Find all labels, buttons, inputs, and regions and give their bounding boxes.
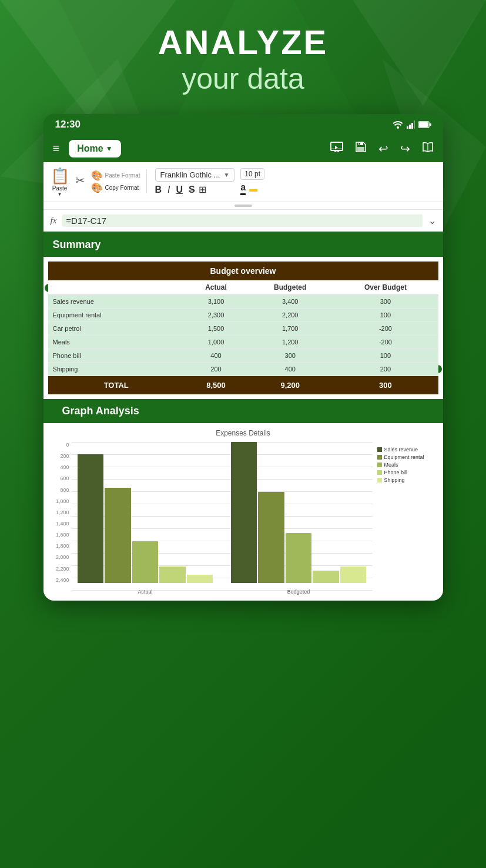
y-axis-label: 2,200 [49,566,72,572]
hamburger-menu[interactable]: ≡ [53,142,60,155]
y-axis-label: 800 [49,487,72,493]
underline-button[interactable]: U [176,185,183,195]
legend-item: Phone bill [377,470,433,475]
y-axis-label: 1,200 [49,510,72,515]
table-button[interactable]: ⊞ [199,184,206,195]
formula-expand-button[interactable]: ⌄ [428,215,436,226]
row-over: -200 [333,321,438,335]
y-axis-label: 1,600 [49,532,72,538]
chart-body: 2,4002,2002,0001,8001,6001,4001,2001,000… [49,442,373,595]
svg-rect-7 [407,126,408,129]
y-axis-label: 2,400 [49,577,72,583]
svg-rect-14 [331,142,343,150]
legend-label: Sales revenue [384,447,418,453]
legend-label: Shipping [384,477,405,483]
y-axis: 2,4002,2002,0001,8001,6001,4001,2001,000… [49,442,72,583]
y-axis-label: 2,000 [49,554,72,560]
font-size-input[interactable]: 10 pt [240,168,264,180]
fx-label: fx [51,216,57,226]
legend-item: Equipment rental [377,454,433,460]
row-budgeted: 1,700 [247,321,333,335]
row-budgeted: 3,400 [247,294,333,308]
present-icon[interactable] [330,142,343,155]
bold-button[interactable]: B [155,185,162,195]
col-header-actual: Actual [185,280,247,295]
home-dropdown-arrow: ▼ [106,145,113,153]
format-group: 🎨 Paste Format 🎨 Copy Format [91,170,140,193]
cut-button[interactable]: ✂ [75,173,85,187]
graph-section-header: Graph Analysis [43,399,443,423]
home-button[interactable]: Home ▼ [69,140,120,157]
legend-item: Shipping [377,477,433,483]
home-button-label: Home [77,143,103,154]
svg-marker-0 [0,0,176,118]
chart-bar [132,541,159,583]
row-over: 200 [333,362,438,376]
bars-container [72,442,373,583]
paste-button[interactable]: 📋 Paste ▼ [51,167,69,197]
paste-arrow: ▼ [58,192,62,197]
x-labels: ActualBudgeted [72,589,373,595]
wifi-icon [393,120,403,129]
row-over: 100 [333,308,438,321]
strikethrough-button[interactable]: S [189,185,195,195]
font-name-arrow: ▼ [223,172,229,178]
font-name-label: Franklin Gothic ... [160,170,220,179]
graph-title: Graph Analysis [53,399,149,423]
chart-title: Expenses Details [49,429,437,437]
y-axis-label: 1,000 [49,498,72,504]
legend-color [377,478,382,482]
row-budgeted: 2,200 [247,308,333,321]
col-header-over-budget: Over Budget [333,280,438,295]
status-icons [393,120,431,129]
legend-item: Meals [377,462,433,468]
font-format-row: B I U S ⊞ [155,184,235,195]
row-over: 300 [333,294,438,308]
formula-input[interactable]: =D17-C17 [62,215,422,227]
row-actual: 1,500 [185,321,247,335]
col-header-blank [48,280,185,295]
paste-format-label: Paste Format [105,172,140,179]
total-row: TOTAL 8,500 9,200 300 [48,376,438,394]
chart-legend: Sales revenue Equipment rental Meals Pho… [373,442,437,490]
legend-color [377,463,382,467]
header-title: ANALYZE [158,24,329,61]
paste-group: 📋 Paste ▼ [51,167,69,197]
y-axis-label: 1,400 [49,521,72,527]
svg-rect-18 [359,143,360,145]
svg-rect-8 [409,125,411,129]
highlight-button[interactable]: ▬ [249,184,257,193]
col-header-budgeted: Budgeted [247,280,333,295]
svg-rect-12 [419,122,428,127]
copy-format-button[interactable]: 🎨 Copy Format [91,182,140,193]
battery-icon [418,121,431,128]
toolbar-right-icons: ↩ ↪ [330,141,434,156]
undo-icon[interactable]: ↩ [378,142,388,156]
chart-bar [159,567,186,583]
svg-marker-1 [353,0,486,106]
chart-bar [231,442,257,583]
row-over: -200 [333,335,438,348]
row-over: 100 [333,348,438,362]
italic-button[interactable]: I [167,185,170,195]
a-button-wrapper: a ▬ [240,182,257,195]
redo-icon[interactable]: ↪ [400,142,410,156]
save-icon[interactable] [355,141,367,156]
header-subtitle: your data [158,61,329,96]
row-label: Equipment rental [48,308,185,321]
chart-plot: ActualBudgeted [72,442,373,595]
book-icon[interactable] [422,142,434,155]
font-name-dropdown[interactable]: Franklin Gothic ... ▼ [155,168,235,182]
cut-icon: ✂ [75,174,85,187]
chart-bar [258,492,284,583]
y-axis-label: 200 [49,453,72,459]
font-color-button[interactable]: a [240,182,246,195]
row-actual: 2,300 [185,308,247,321]
total-label: TOTAL [48,376,185,394]
table-row: Equipment rental 2,300 2,200 100 [48,308,438,321]
row-actual: 1,000 [185,335,247,348]
paste-format-button[interactable]: 🎨 Paste Format [91,170,140,181]
svg-rect-9 [411,123,413,129]
row-actual: 3,100 [185,294,247,308]
budget-table: Budget overview Actual Budgeted Over Bud… [48,262,438,394]
